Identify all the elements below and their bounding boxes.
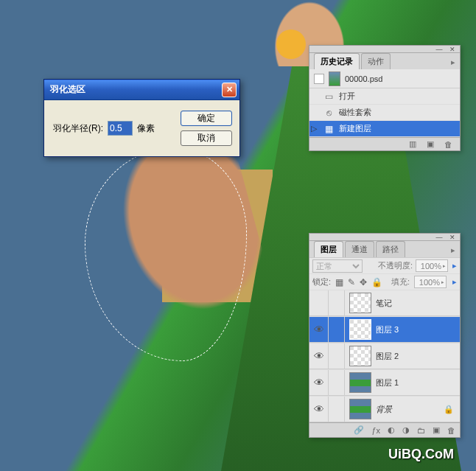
- blend-opacity-row: 正常 不透明度: 100% ▸ ▸: [309, 257, 460, 273]
- layer-row-layer3[interactable]: 👁 图层 3: [309, 316, 460, 343]
- visibility-toggle[interactable]: 👁: [309, 343, 329, 369]
- link-cell[interactable]: [329, 343, 345, 369]
- tab-layers[interactable]: 图层: [314, 241, 343, 257]
- feather-unit-label: 像素: [137, 122, 155, 135]
- feather-dialog: 羽化选区 ✕ 羽化半径(R): 像素 确定 取消: [43, 79, 240, 157]
- layer-list: 笔记 👁 图层 3 👁 图层 2 👁 图层 1 👁 背景 🔒: [309, 290, 460, 422]
- history-current-marker-icon: ▷: [311, 124, 317, 133]
- feather-dialog-titlebar[interactable]: 羽化选区 ✕: [44, 80, 239, 100]
- panel-menu-icon[interactable]: ▸: [447, 55, 460, 69]
- lock-position-icon[interactable]: ✥: [360, 277, 367, 287]
- new-layer-icon[interactable]: ▣: [433, 425, 440, 435]
- link-layers-icon[interactable]: 🔗: [354, 425, 364, 435]
- layer-thumbnail[interactable]: [349, 319, 371, 340]
- opacity-value-box[interactable]: 100% ▸: [416, 259, 448, 272]
- fill-value: 100%: [419, 278, 440, 287]
- layer-row-notes[interactable]: 笔记: [309, 290, 460, 316]
- history-tabs: 历史记录 动作 ▸: [309, 53, 460, 69]
- blend-mode-select[interactable]: 正常: [312, 259, 363, 273]
- link-cell[interactable]: [329, 317, 345, 342]
- feather-radius-label: 羽化半径(R):: [53, 122, 103, 135]
- lock-transparency-icon[interactable]: ▦: [335, 277, 343, 287]
- ok-button[interactable]: 确定: [181, 111, 232, 126]
- lock-all-icon[interactable]: 🔒: [371, 277, 382, 287]
- photo-earring: [276, 29, 306, 59]
- lock-pixels-icon[interactable]: ✎: [348, 277, 355, 287]
- history-list: ▭ 打开 ⎋ 磁性套索 ▷ ▦ 新建图层: [309, 88, 460, 137]
- layers-panel-footer: 🔗 ƒx ◐ ◑ 🗀 ▣ 🗑: [309, 422, 460, 437]
- layer-thumbnail[interactable]: [349, 346, 371, 366]
- flyout-icon[interactable]: ▸: [451, 277, 457, 287]
- layers-tabs: 图层 通道 路径 ▸: [309, 241, 460, 257]
- new-group-icon[interactable]: 🗀: [417, 426, 425, 435]
- visibility-toggle[interactable]: 👁: [309, 317, 329, 342]
- chevron-right-icon[interactable]: ▸: [441, 279, 444, 285]
- snapshot-brush-icon[interactable]: [314, 74, 324, 84]
- link-cell[interactable]: [329, 397, 345, 422]
- history-source-row[interactable]: 00000.psd: [309, 69, 460, 88]
- close-icon[interactable]: ✕: [222, 83, 237, 97]
- minimize-icon[interactable]: —: [435, 46, 444, 53]
- layer-row-layer2[interactable]: 👁 图层 2: [309, 343, 460, 369]
- lock-fill-row: 锁定: ▦ ✎ ✥ 🔒 填充: 100% ▸ ▸: [309, 273, 460, 290]
- history-item-label: 打开: [339, 91, 355, 102]
- history-item-new-layer[interactable]: ▷ ▦ 新建图层: [309, 121, 460, 137]
- visibility-toggle[interactable]: [309, 290, 329, 315]
- tab-channels[interactable]: 通道: [345, 241, 374, 257]
- new-snapshot-icon[interactable]: ▣: [427, 139, 434, 149]
- lock-icon: 🔒: [444, 405, 454, 414]
- tab-history[interactable]: 历史记录: [314, 53, 360, 69]
- trash-icon[interactable]: 🗑: [447, 426, 455, 435]
- tab-actions[interactable]: 动作: [361, 53, 391, 69]
- visibility-toggle[interactable]: 👁: [309, 397, 329, 422]
- chevron-right-icon[interactable]: ▸: [443, 263, 446, 269]
- photo-arm: [88, 132, 280, 355]
- history-item-magnetic-lasso[interactable]: ⎋ 磁性套索: [309, 105, 460, 121]
- close-icon[interactable]: ✕: [448, 234, 457, 241]
- layers-panel-topbar[interactable]: — ✕: [309, 234, 460, 241]
- close-icon[interactable]: ✕: [448, 46, 457, 53]
- layers-panel: — ✕ 图层 通道 路径 ▸ 正常 不透明度: 100% ▸ ▸ 锁定: ▦ ✎…: [309, 233, 461, 438]
- link-cell[interactable]: [329, 290, 345, 315]
- opacity-value: 100%: [421, 262, 441, 271]
- document-thumbnail: [329, 71, 340, 86]
- fill-label: 填充:: [391, 276, 410, 287]
- layer-row-layer1[interactable]: 👁 图层 1: [309, 369, 460, 396]
- open-icon: ▭: [323, 91, 335, 102]
- history-panel-topbar[interactable]: — ✕: [309, 46, 460, 53]
- history-panel: — ✕ 历史记录 动作 ▸ 00000.psd ▭ 打开 ⎋ 磁性套索 ▷ ▦ …: [309, 45, 461, 151]
- layer-thumbnail[interactable]: [349, 372, 371, 393]
- lock-label: 锁定:: [312, 276, 331, 287]
- layer-style-icon[interactable]: ƒx: [371, 426, 380, 435]
- layer-mask-icon[interactable]: ◐: [388, 425, 395, 435]
- opacity-label: 不透明度:: [378, 260, 413, 271]
- visibility-toggle[interactable]: 👁: [309, 370, 329, 395]
- cancel-button[interactable]: 取消: [181, 130, 232, 146]
- trash-icon[interactable]: 🗑: [444, 140, 452, 149]
- layer-thumbnail[interactable]: [349, 293, 371, 313]
- history-item-label: 磁性套索: [339, 107, 371, 118]
- history-panel-footer: ▥ ▣ 🗑: [309, 137, 460, 150]
- adjustment-layer-icon[interactable]: ◑: [402, 425, 410, 435]
- flyout-icon[interactable]: ▸: [451, 261, 457, 271]
- layer-thumbnail[interactable]: [349, 399, 371, 419]
- magnetic-lasso-icon: ⎋: [323, 107, 335, 119]
- layer-name: 图层 2: [376, 351, 399, 362]
- layer-name: 图层 3: [376, 324, 399, 335]
- layer-name: 图层 1: [376, 377, 399, 388]
- layer-row-background[interactable]: 👁 背景 🔒: [309, 396, 460, 422]
- minimize-icon[interactable]: —: [435, 234, 444, 241]
- link-cell[interactable]: [329, 370, 345, 395]
- tab-paths[interactable]: 路径: [376, 241, 405, 257]
- history-item-open[interactable]: ▭ 打开: [309, 88, 460, 105]
- feather-radius-input[interactable]: [108, 121, 133, 136]
- feather-dialog-title: 羽化选区: [50, 83, 85, 96]
- fill-value-box[interactable]: 100% ▸: [414, 276, 447, 288]
- create-document-icon[interactable]: ▥: [409, 139, 416, 149]
- watermark-text: UiBQ.CoM: [388, 447, 454, 462]
- layer-name: 背景: [376, 404, 392, 415]
- lock-icons-group: ▦ ✎ ✥ 🔒: [335, 277, 382, 287]
- source-document-name: 00000.psd: [345, 74, 382, 83]
- new-layer-icon: ▦: [323, 123, 335, 135]
- panel-menu-icon[interactable]: ▸: [447, 243, 460, 257]
